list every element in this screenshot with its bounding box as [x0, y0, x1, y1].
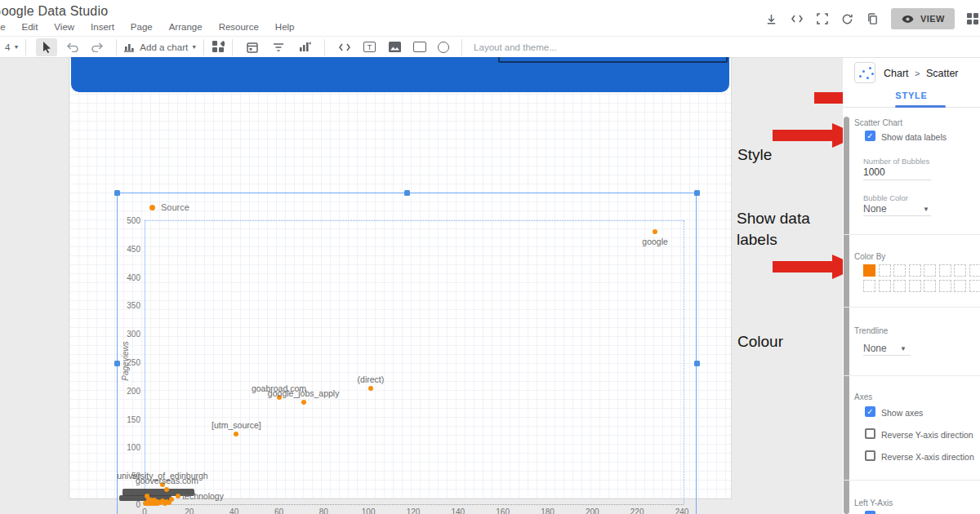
data-point[interactable] — [653, 229, 657, 234]
left-y-axis-checkbox[interactable]: ✓ — [865, 511, 875, 514]
x-tick-label: 160 — [487, 507, 519, 514]
layout-theme-button[interactable]: Layout and theme... — [474, 42, 557, 52]
y-tick-label: 250 — [116, 358, 140, 367]
menu-item-edit[interactable]: Edit — [14, 22, 47, 32]
apps-grid-icon[interactable] — [965, 11, 980, 26]
chevron-down-icon: ▼ — [923, 206, 929, 213]
trendline-select[interactable]: None — [863, 343, 887, 354]
data-point[interactable] — [368, 386, 373, 391]
copy-icon[interactable] — [866, 11, 880, 26]
image-tool-icon[interactable] — [387, 40, 402, 55]
color-swatch-empty[interactable] — [954, 264, 966, 277]
filter-icon[interactable] — [271, 40, 286, 55]
breadcrumb-separator: > — [915, 69, 920, 78]
toolbar-divider — [324, 39, 325, 55]
header-actions: VIEW — [764, 8, 980, 29]
eye-icon — [901, 11, 915, 26]
number-of-bubbles-label: Number of Bubbles — [863, 157, 929, 166]
color-swatch-empty[interactable] — [939, 264, 951, 277]
menu-item-view[interactable]: View — [46, 22, 82, 32]
chevron-down-icon: ▼ — [900, 345, 906, 352]
y-tick-label: 450 — [116, 245, 140, 254]
axes-checkbox-1[interactable] — [865, 428, 875, 439]
section-color-by: Color By — [854, 252, 885, 261]
fullscreen-icon[interactable] — [815, 11, 830, 26]
data-point-label: google_jobs_apply — [247, 388, 361, 398]
toolbar-divider — [232, 39, 233, 55]
download-icon[interactable] — [764, 11, 779, 26]
x-tick-label: 40 — [218, 507, 251, 514]
toolbar-divider — [116, 39, 117, 55]
color-swatch-empty[interactable] — [939, 280, 951, 292]
data-point-label: gooverseas.com — [109, 476, 224, 485]
tab-style-underline — [895, 105, 946, 108]
data-control-icon[interactable] — [297, 40, 312, 55]
redo-icon[interactable] — [90, 40, 105, 55]
text-tool-icon[interactable]: T — [363, 42, 376, 52]
plot-border-top — [145, 220, 684, 221]
y-tick-label: 350 — [116, 301, 140, 310]
color-swatch-empty[interactable] — [909, 280, 921, 292]
color-swatch-empty[interactable] — [954, 280, 966, 292]
color-swatch-empty[interactable] — [879, 264, 891, 277]
data-point[interactable] — [169, 497, 174, 502]
color-swatch-empty[interactable] — [924, 280, 936, 292]
colour-arrow — [773, 261, 832, 273]
axes-checkbox-2[interactable] — [865, 450, 875, 461]
google-data-studio-window: Google Data Studio FileEditViewInsertPag… — [0, 0, 980, 514]
annotation-labels: labels — [737, 231, 777, 249]
toolbar-divider — [25, 39, 26, 55]
section-axes: Axes — [854, 392, 872, 401]
breadcrumb-chart[interactable]: Chart — [884, 68, 909, 79]
embed-code-icon[interactable] — [790, 11, 804, 26]
data-point[interactable] — [155, 499, 160, 504]
undo-icon[interactable] — [65, 40, 80, 55]
x-tick-label: 100 — [352, 507, 385, 514]
cursor-icon — [42, 42, 51, 53]
section-divider — [843, 307, 980, 308]
rectangle-tool-icon[interactable] — [413, 42, 426, 52]
community-visualizations-icon[interactable] — [211, 40, 225, 55]
color-swatch-empty[interactable] — [924, 264, 936, 277]
section-left-y-axis: Left Y-Axis — [854, 498, 893, 507]
color-swatch-empty[interactable] — [879, 280, 891, 292]
legend-dot — [149, 205, 155, 210]
color-swatch-selected[interactable] — [863, 264, 875, 277]
menu-item-arrange[interactable]: Arrange — [161, 22, 211, 32]
data-point-label: [utm_source] — [179, 420, 293, 430]
select-tool-button[interactable] — [36, 38, 57, 56]
data-point[interactable] — [301, 400, 306, 405]
view-button[interactable]: VIEW — [891, 8, 955, 29]
embed-url-icon[interactable] — [337, 40, 352, 55]
page-selector[interactable]: 4▼ — [5, 42, 19, 52]
section-divider — [843, 234, 980, 235]
scatter-chart[interactable]: Source Pageviews Sessions 02040608010012… — [0, 58, 843, 514]
menu-item-insert[interactable]: Insert — [82, 22, 122, 32]
menu-item-file[interactable]: File — [0, 22, 14, 32]
data-point[interactable] — [176, 494, 180, 498]
show-data-labels-checkbox[interactable]: ✓ — [865, 131, 875, 141]
refresh-icon[interactable] — [840, 11, 855, 26]
panel-scrollbar[interactable] — [844, 117, 849, 514]
add-chart-button[interactable]: Add a chart▼ — [123, 42, 197, 52]
color-swatch-empty[interactable] — [893, 264, 906, 277]
color-swatch-empty[interactable] — [863, 280, 875, 292]
date-range-icon[interactable] — [245, 40, 260, 55]
bubble-color-select[interactable]: None — [863, 203, 887, 215]
color-swatch-empty[interactable] — [969, 280, 980, 292]
circle-tool-icon[interactable] — [438, 42, 449, 53]
menu-item-resource[interactable]: Resource — [211, 22, 267, 32]
data-point[interactable] — [234, 432, 238, 436]
menu-item-page[interactable]: Page — [122, 22, 161, 32]
view-button-label: VIEW — [920, 14, 945, 24]
number-of-bubbles-input[interactable]: 1000 — [863, 166, 885, 178]
axes-checkbox-0[interactable]: ✓ — [865, 406, 875, 417]
y-tick-label: 150 — [116, 415, 140, 424]
bubble-color-label: Bubble Color — [863, 193, 908, 202]
color-swatch-empty[interactable] — [893, 280, 906, 292]
color-swatch-empty[interactable] — [909, 264, 921, 277]
menu-item-help[interactable]: Help — [267, 22, 303, 32]
properties-panel: Chart > Scatter STYLE Scatter Chart ✓ Sh… — [843, 58, 980, 514]
color-swatch-empty[interactable] — [969, 264, 980, 277]
annotation-style: Style — [737, 146, 772, 164]
